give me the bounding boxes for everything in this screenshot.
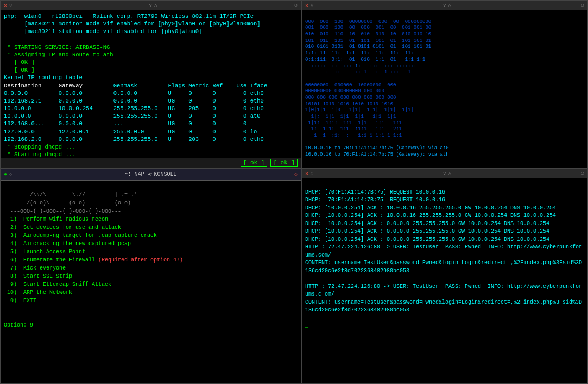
terminal-content-bottom-right: DHCP: [70:F1:A1:14:7B:75] REQUEST 10.0.0… (302, 178, 587, 383)
dot-icon-tr: ○ (311, 3, 313, 8)
title-bar-controls-left: ✕ ○ (4, 2, 12, 9)
br-controls-left: ✕ ○ (305, 170, 313, 177)
close-right-icon-br[interactable]: ○ (580, 170, 584, 177)
terminal-top-right: ✕ ○ ▽ △ ○ 000 000 100 00000000 000 00 00… (301, 0, 588, 168)
close-right-icon[interactable]: ○ (294, 2, 298, 9)
title-bar-konsole: ● ○ ~: N4P - KONSOLE ▽ △ ○ (1, 169, 301, 181)
nav-controls-tr: ▽ △ (443, 2, 451, 8)
close-icon-br[interactable]: ✕ (305, 170, 308, 177)
terminal-bottom-right: ✕ ○ ▽ △ ○ DHCP: [70:F1:A1:14:7B:75] REQU… (301, 168, 588, 384)
dot-green-icon: ● (4, 171, 7, 177)
terminal-content-top-right: 000 000 100 00000000 000 00 000000000 00… (302, 10, 587, 168)
nav-down-icon-tr: ▽ (443, 2, 446, 8)
dot-grey-icon: ○ (9, 172, 12, 177)
title-bar-top-right: ✕ ○ ▽ △ ○ (302, 1, 587, 10)
dot-icon-br: ○ (311, 171, 313, 176)
ok-bar: [ ok ] [ ok ] (1, 158, 301, 168)
title-bar-top-left: ✕ ○ ▽ △ ○ (1, 1, 301, 10)
nav-up-icon: △ (154, 2, 157, 8)
close-icon-tr[interactable]: ✕ (305, 2, 308, 9)
terminal-top-left: ✕ ○ ▽ △ ○ php: wlan0 rt2800pci Ralink co… (0, 0, 301, 168)
nav-controls: ▽ △ (149, 2, 157, 8)
konsole-title: ~: N4P - KONSOLE (124, 171, 176, 177)
nav-down-icon: ▽ (149, 2, 151, 8)
konsole-content: /\#/\ \.// | .= .' /(o o)\ (o o) (o o) -… (1, 181, 301, 383)
close-icon[interactable]: ✕ (4, 2, 7, 9)
nav-controls-br: ▽ △ (443, 170, 451, 176)
ok-button-2: [ ok ] (270, 159, 298, 167)
close-right-icon-tr[interactable]: ○ (580, 2, 584, 9)
konsole-controls-left: ● ○ (4, 171, 12, 177)
terminal-content-top-left: php: wlan0 rt2800pci Ralink corp. RT2790… (1, 10, 301, 158)
close-right-icon-k[interactable]: ○ (294, 171, 298, 178)
title-bar-bottom-right: ✕ ○ ▽ △ ○ (302, 169, 587, 178)
terminal-bottom-left: ● ○ ~: N4P - KONSOLE ▽ △ ○ /\#/\ \.// | … (0, 168, 301, 384)
title-bar-controls-right-top: ✕ ○ (305, 2, 313, 9)
nav-up-icon-tr: △ (448, 2, 451, 8)
nav-down-icon-br: ▽ (443, 170, 446, 176)
nav-up-icon-br: △ (448, 170, 451, 176)
dot-hollow-icon: ○ (9, 3, 12, 8)
ok-button-1: [ ok ] (241, 159, 268, 167)
